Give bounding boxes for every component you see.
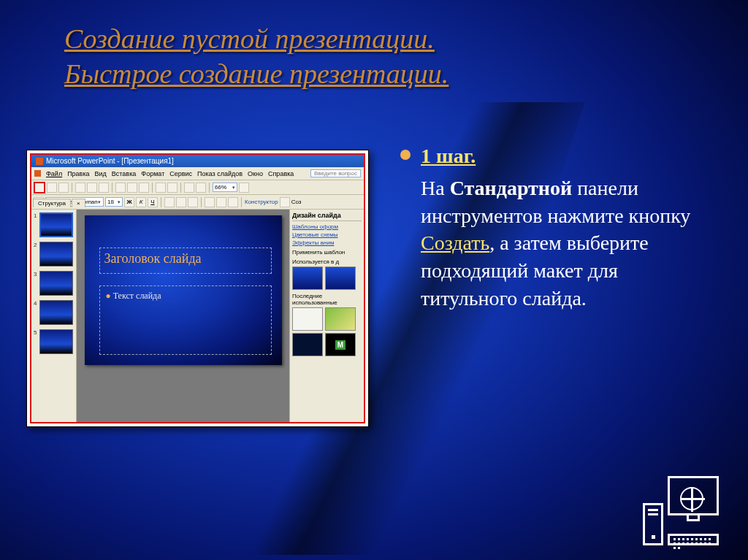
save-button[interactable] (58, 183, 69, 193)
app-icon (36, 158, 43, 165)
menu-view[interactable]: Вид (95, 170, 107, 177)
increase-font-button[interactable] (216, 197, 226, 207)
font-size-combo[interactable]: 18 (105, 197, 123, 207)
help-question-box[interactable]: Введите вопрос (310, 169, 361, 177)
menu-tools[interactable]: Сервис (169, 170, 192, 177)
presentation-slide: Создание пустой презентации. Быстрое соз… (0, 0, 748, 560)
task-pane: Дизайн слайда Шаблоны оформ Цветовые схе… (289, 210, 364, 422)
menu-slideshow[interactable]: Показ слайдов (197, 170, 243, 177)
toolbar-separator (161, 197, 161, 207)
thumb-row[interactable]: 5 (34, 329, 74, 354)
open-button[interactable] (47, 183, 57, 193)
tp-recent-label: Последние использованные (292, 293, 362, 306)
step-heading: 1 шаг. (421, 142, 476, 170)
align-center-button[interactable] (176, 197, 186, 207)
print-button[interactable] (75, 183, 85, 193)
body-link: Создать (421, 231, 489, 254)
design-button[interactable]: Конструктор (245, 199, 278, 205)
align-left-button[interactable] (164, 197, 175, 207)
thumb-row[interactable]: 3 (34, 271, 74, 296)
body-placeholder-text: Текст слайда (106, 291, 265, 302)
monitor-icon (668, 476, 719, 515)
spelling-button[interactable] (99, 183, 109, 193)
title-line-2: Быстрое создание презентации. (64, 57, 704, 92)
body-bold: Стандартной (450, 177, 572, 199)
paste-button[interactable] (139, 183, 149, 193)
menu-bar: Файл Правка Вид Вставка Формат Сервис По… (31, 167, 364, 180)
template-thumb[interactable] (292, 307, 323, 331)
slide-thumbnail-panel: Структура × 1 2 3 4 5 (31, 210, 77, 422)
slide-body: 1 шаг. На Стандартной панели инструменто… (400, 142, 719, 312)
undo-button[interactable] (156, 183, 166, 193)
powerpoint-window: Microsoft PowerPoint - [Презентация1] Фа… (30, 153, 365, 423)
italic-button[interactable]: К (136, 197, 146, 207)
template-thumb[interactable] (292, 333, 323, 356)
slide-canvas-area: Заголовок слайда Текст слайда (77, 210, 289, 422)
menu-format[interactable]: Формат (141, 170, 164, 177)
window-title: Microsoft PowerPoint - [Презентация1] (46, 157, 174, 165)
body-placeholder[interactable]: Текст слайда (99, 285, 272, 355)
tp-link-colors[interactable]: Цветовые схемы (292, 231, 362, 238)
title-line-1: Создание пустой презентации. (64, 22, 704, 57)
toolbar-separator (112, 183, 112, 193)
tp-used-label: Используется в д (292, 258, 362, 265)
slide-thumb-5[interactable] (39, 329, 73, 354)
globe-icon (680, 487, 703, 510)
bullet-item: 1 шаг. (400, 142, 719, 170)
toolbar-separator (180, 183, 181, 193)
computer-icon (631, 476, 719, 545)
bullets-button[interactable] (205, 197, 215, 207)
window-titlebar: Microsoft PowerPoint - [Презентация1] (31, 155, 364, 167)
template-thumb[interactable] (325, 266, 356, 290)
slide-thumb-1[interactable] (39, 212, 73, 237)
decrease-font-button[interactable] (228, 197, 238, 207)
new-button[interactable] (34, 182, 45, 193)
menu-help[interactable]: Справка (268, 170, 294, 177)
align-right-button[interactable] (188, 197, 198, 207)
menu-insert[interactable]: Вставка (112, 170, 136, 177)
slide-thumb-3[interactable] (39, 271, 73, 296)
new-slide-button[interactable] (280, 197, 290, 207)
zoom-combo[interactable]: 66% (213, 183, 237, 192)
menu-edit[interactable]: Правка (67, 170, 89, 177)
template-thumb[interactable]: M (325, 333, 356, 356)
tp-link-templates[interactable]: Шаблоны оформ (292, 223, 362, 230)
cut-button[interactable] (115, 183, 126, 193)
toolbar-separator (152, 183, 153, 193)
thumb-row[interactable]: 4 (34, 300, 74, 325)
powerpoint-screenshot: Microsoft PowerPoint - [Презентация1] Фа… (26, 150, 369, 427)
chart-button[interactable] (184, 183, 194, 193)
toolbar-separator (201, 197, 202, 207)
body-pre: На (421, 177, 450, 199)
redo-button[interactable] (167, 183, 178, 193)
template-thumb[interactable] (325, 307, 356, 331)
menu-file[interactable]: Файл (46, 170, 62, 177)
bold-button[interactable]: Ж (124, 197, 134, 207)
slide-canvas[interactable]: Заголовок слайда Текст слайда (85, 215, 282, 365)
table-button[interactable] (196, 183, 206, 193)
slide-title: Создание пустой презентации. Быстрое соз… (64, 22, 704, 91)
doc-icon (34, 170, 41, 177)
bullet-icon (400, 150, 411, 160)
menu-window[interactable]: Окно (248, 170, 263, 177)
toolbar-separator (72, 183, 72, 193)
slide-thumb-4[interactable] (39, 300, 73, 325)
new-slide-label: Соз (291, 199, 302, 205)
preview-button[interactable] (87, 183, 97, 193)
step-body: На Стандартной панели инструментов нажми… (421, 174, 719, 312)
tp-link-effects[interactable]: Эффекты аним (292, 239, 362, 246)
thumb-row[interactable]: 2 (34, 242, 74, 266)
title-placeholder[interactable]: Заголовок слайда (99, 248, 272, 274)
thumb-row[interactable]: 1 (34, 212, 74, 237)
keyboard-icon (668, 534, 719, 545)
standard-toolbar: 66% (31, 180, 364, 195)
slide-thumb-2[interactable] (39, 242, 73, 266)
toolbar-separator (209, 183, 210, 193)
tp-apply-label: Применить шаблон (292, 249, 362, 256)
underline-button[interactable]: Ч (148, 197, 158, 207)
work-area: Структура × 1 2 3 4 5 Заголовок слайда Т… (31, 210, 364, 422)
copy-button[interactable] (127, 183, 137, 193)
template-thumb[interactable] (292, 266, 323, 290)
monitor-stand-icon (687, 515, 700, 521)
help-button[interactable] (239, 183, 249, 193)
